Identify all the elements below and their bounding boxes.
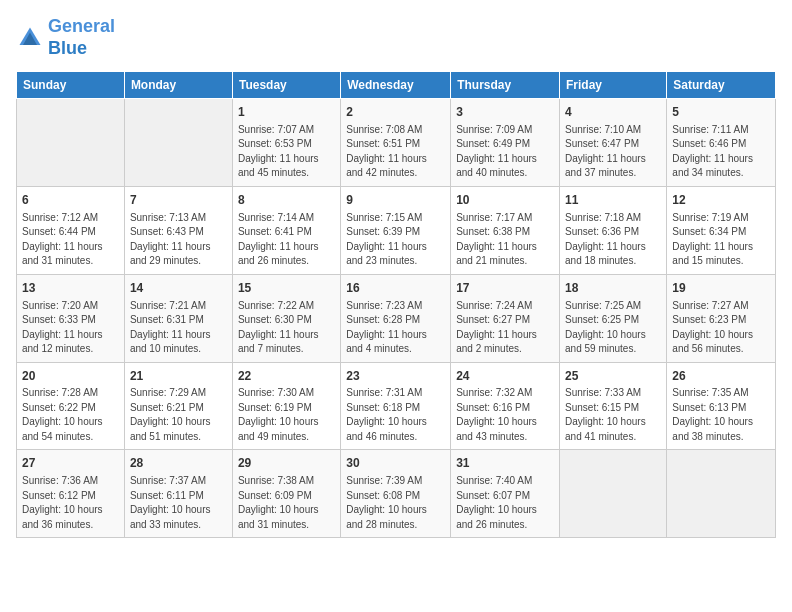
calendar-cell: 25Sunrise: 7:33 AM Sunset: 6:15 PM Dayli…	[560, 362, 667, 450]
day-info: Sunrise: 7:37 AM Sunset: 6:11 PM Dayligh…	[130, 474, 227, 532]
calendar-cell: 16Sunrise: 7:23 AM Sunset: 6:28 PM Dayli…	[341, 274, 451, 362]
day-number: 9	[346, 192, 445, 209]
calendar-cell: 11Sunrise: 7:18 AM Sunset: 6:36 PM Dayli…	[560, 186, 667, 274]
calendar-cell	[17, 99, 125, 187]
calendar-cell	[560, 450, 667, 538]
day-number: 21	[130, 368, 227, 385]
calendar-cell: 31Sunrise: 7:40 AM Sunset: 6:07 PM Dayli…	[451, 450, 560, 538]
calendar-cell: 3Sunrise: 7:09 AM Sunset: 6:49 PM Daylig…	[451, 99, 560, 187]
weekday-header: Thursday	[451, 72, 560, 99]
day-info: Sunrise: 7:07 AM Sunset: 6:53 PM Dayligh…	[238, 123, 335, 181]
calendar-cell	[124, 99, 232, 187]
calendar-cell: 9Sunrise: 7:15 AM Sunset: 6:39 PM Daylig…	[341, 186, 451, 274]
weekday-header: Wednesday	[341, 72, 451, 99]
header-row: SundayMondayTuesdayWednesdayThursdayFrid…	[17, 72, 776, 99]
day-info: Sunrise: 7:21 AM Sunset: 6:31 PM Dayligh…	[130, 299, 227, 357]
day-number: 8	[238, 192, 335, 209]
day-info: Sunrise: 7:30 AM Sunset: 6:19 PM Dayligh…	[238, 386, 335, 444]
day-info: Sunrise: 7:09 AM Sunset: 6:49 PM Dayligh…	[456, 123, 554, 181]
day-info: Sunrise: 7:19 AM Sunset: 6:34 PM Dayligh…	[672, 211, 770, 269]
calendar-cell: 1Sunrise: 7:07 AM Sunset: 6:53 PM Daylig…	[232, 99, 340, 187]
day-number: 19	[672, 280, 770, 297]
day-info: Sunrise: 7:20 AM Sunset: 6:33 PM Dayligh…	[22, 299, 119, 357]
day-info: Sunrise: 7:32 AM Sunset: 6:16 PM Dayligh…	[456, 386, 554, 444]
day-info: Sunrise: 7:14 AM Sunset: 6:41 PM Dayligh…	[238, 211, 335, 269]
day-info: Sunrise: 7:27 AM Sunset: 6:23 PM Dayligh…	[672, 299, 770, 357]
day-number: 14	[130, 280, 227, 297]
day-number: 16	[346, 280, 445, 297]
day-number: 15	[238, 280, 335, 297]
day-number: 3	[456, 104, 554, 121]
day-info: Sunrise: 7:38 AM Sunset: 6:09 PM Dayligh…	[238, 474, 335, 532]
calendar-body: 1Sunrise: 7:07 AM Sunset: 6:53 PM Daylig…	[17, 99, 776, 538]
weekday-header: Tuesday	[232, 72, 340, 99]
day-number: 17	[456, 280, 554, 297]
calendar-cell: 7Sunrise: 7:13 AM Sunset: 6:43 PM Daylig…	[124, 186, 232, 274]
calendar-cell: 14Sunrise: 7:21 AM Sunset: 6:31 PM Dayli…	[124, 274, 232, 362]
weekday-header: Saturday	[667, 72, 776, 99]
logo: General Blue	[16, 16, 115, 59]
day-number: 1	[238, 104, 335, 121]
calendar-cell: 6Sunrise: 7:12 AM Sunset: 6:44 PM Daylig…	[17, 186, 125, 274]
day-info: Sunrise: 7:18 AM Sunset: 6:36 PM Dayligh…	[565, 211, 661, 269]
calendar-week-row: 1Sunrise: 7:07 AM Sunset: 6:53 PM Daylig…	[17, 99, 776, 187]
calendar-week-row: 27Sunrise: 7:36 AM Sunset: 6:12 PM Dayli…	[17, 450, 776, 538]
day-number: 22	[238, 368, 335, 385]
calendar-cell: 21Sunrise: 7:29 AM Sunset: 6:21 PM Dayli…	[124, 362, 232, 450]
day-info: Sunrise: 7:12 AM Sunset: 6:44 PM Dayligh…	[22, 211, 119, 269]
calendar-cell: 15Sunrise: 7:22 AM Sunset: 6:30 PM Dayli…	[232, 274, 340, 362]
calendar-cell: 26Sunrise: 7:35 AM Sunset: 6:13 PM Dayli…	[667, 362, 776, 450]
day-info: Sunrise: 7:10 AM Sunset: 6:47 PM Dayligh…	[565, 123, 661, 181]
day-info: Sunrise: 7:39 AM Sunset: 6:08 PM Dayligh…	[346, 474, 445, 532]
calendar-cell: 10Sunrise: 7:17 AM Sunset: 6:38 PM Dayli…	[451, 186, 560, 274]
day-number: 10	[456, 192, 554, 209]
calendar-cell: 4Sunrise: 7:10 AM Sunset: 6:47 PM Daylig…	[560, 99, 667, 187]
day-number: 25	[565, 368, 661, 385]
calendar-cell: 12Sunrise: 7:19 AM Sunset: 6:34 PM Dayli…	[667, 186, 776, 274]
calendar-cell: 24Sunrise: 7:32 AM Sunset: 6:16 PM Dayli…	[451, 362, 560, 450]
day-info: Sunrise: 7:23 AM Sunset: 6:28 PM Dayligh…	[346, 299, 445, 357]
calendar-cell: 27Sunrise: 7:36 AM Sunset: 6:12 PM Dayli…	[17, 450, 125, 538]
day-number: 5	[672, 104, 770, 121]
weekday-header: Sunday	[17, 72, 125, 99]
day-info: Sunrise: 7:25 AM Sunset: 6:25 PM Dayligh…	[565, 299, 661, 357]
weekday-header: Friday	[560, 72, 667, 99]
day-info: Sunrise: 7:29 AM Sunset: 6:21 PM Dayligh…	[130, 386, 227, 444]
calendar-week-row: 20Sunrise: 7:28 AM Sunset: 6:22 PM Dayli…	[17, 362, 776, 450]
logo-icon	[16, 24, 44, 52]
calendar-cell: 17Sunrise: 7:24 AM Sunset: 6:27 PM Dayli…	[451, 274, 560, 362]
day-number: 12	[672, 192, 770, 209]
calendar-cell: 23Sunrise: 7:31 AM Sunset: 6:18 PM Dayli…	[341, 362, 451, 450]
day-number: 29	[238, 455, 335, 472]
day-number: 13	[22, 280, 119, 297]
day-info: Sunrise: 7:11 AM Sunset: 6:46 PM Dayligh…	[672, 123, 770, 181]
day-info: Sunrise: 7:22 AM Sunset: 6:30 PM Dayligh…	[238, 299, 335, 357]
calendar-header: SundayMondayTuesdayWednesdayThursdayFrid…	[17, 72, 776, 99]
calendar-cell: 19Sunrise: 7:27 AM Sunset: 6:23 PM Dayli…	[667, 274, 776, 362]
day-info: Sunrise: 7:33 AM Sunset: 6:15 PM Dayligh…	[565, 386, 661, 444]
day-info: Sunrise: 7:31 AM Sunset: 6:18 PM Dayligh…	[346, 386, 445, 444]
calendar-cell: 13Sunrise: 7:20 AM Sunset: 6:33 PM Dayli…	[17, 274, 125, 362]
calendar-cell: 29Sunrise: 7:38 AM Sunset: 6:09 PM Dayli…	[232, 450, 340, 538]
day-number: 24	[456, 368, 554, 385]
logo-text: General Blue	[48, 16, 115, 59]
calendar-week-row: 13Sunrise: 7:20 AM Sunset: 6:33 PM Dayli…	[17, 274, 776, 362]
day-number: 31	[456, 455, 554, 472]
calendar-cell: 20Sunrise: 7:28 AM Sunset: 6:22 PM Dayli…	[17, 362, 125, 450]
day-info: Sunrise: 7:28 AM Sunset: 6:22 PM Dayligh…	[22, 386, 119, 444]
day-info: Sunrise: 7:35 AM Sunset: 6:13 PM Dayligh…	[672, 386, 770, 444]
page-header: General Blue	[16, 16, 776, 59]
calendar-cell	[667, 450, 776, 538]
day-number: 2	[346, 104, 445, 121]
calendar-cell: 5Sunrise: 7:11 AM Sunset: 6:46 PM Daylig…	[667, 99, 776, 187]
day-info: Sunrise: 7:17 AM Sunset: 6:38 PM Dayligh…	[456, 211, 554, 269]
day-number: 20	[22, 368, 119, 385]
day-info: Sunrise: 7:24 AM Sunset: 6:27 PM Dayligh…	[456, 299, 554, 357]
calendar-cell: 18Sunrise: 7:25 AM Sunset: 6:25 PM Dayli…	[560, 274, 667, 362]
day-number: 6	[22, 192, 119, 209]
weekday-header: Monday	[124, 72, 232, 99]
day-info: Sunrise: 7:36 AM Sunset: 6:12 PM Dayligh…	[22, 474, 119, 532]
day-info: Sunrise: 7:08 AM Sunset: 6:51 PM Dayligh…	[346, 123, 445, 181]
calendar-table: SundayMondayTuesdayWednesdayThursdayFrid…	[16, 71, 776, 538]
calendar-cell: 30Sunrise: 7:39 AM Sunset: 6:08 PM Dayli…	[341, 450, 451, 538]
